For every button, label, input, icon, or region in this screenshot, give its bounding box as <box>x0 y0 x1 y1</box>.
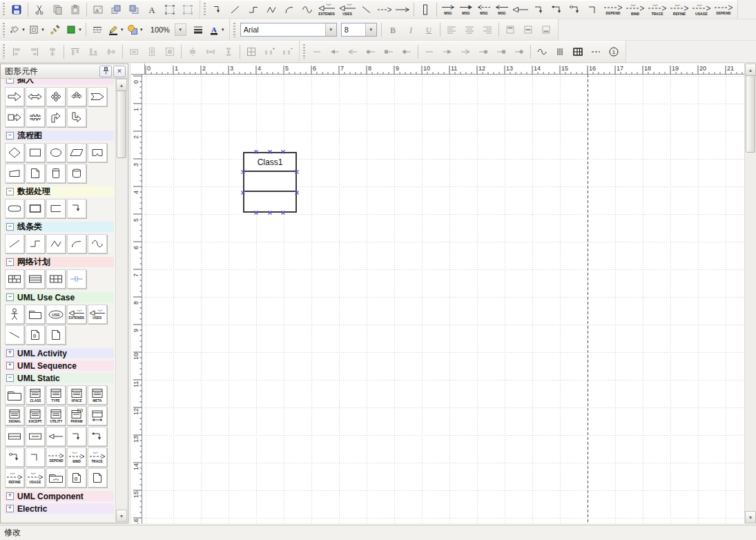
net-capacitor-shape[interactable] <box>67 269 86 289</box>
st-trace-shape[interactable]: «=»TRACE <box>88 447 107 467</box>
toolbar-gripper[interactable] <box>3 44 5 59</box>
background-color-button[interactable]: ▼ <box>65 22 83 37</box>
ln-step-shape[interactable] <box>26 234 45 253</box>
st-class-param-shape[interactable]: PARAM <box>67 406 86 425</box>
bring-to-front-button[interactable] <box>108 2 124 17</box>
collapse-icon[interactable]: − <box>6 188 14 195</box>
uses-arrow-button[interactable]: «=»USES <box>338 2 357 17</box>
fc-diamond-shape[interactable] <box>5 143 24 162</box>
collapse-icon[interactable]: − <box>6 79 14 84</box>
fc-manual-shape[interactable] <box>5 164 24 183</box>
solid-arrow-button[interactable] <box>394 2 411 17</box>
chevron-arrow-shape[interactable] <box>88 87 107 106</box>
palette-section-header-10[interactable]: +Electric <box>4 503 114 514</box>
ungroup-button[interactable] <box>180 2 196 17</box>
dropdown-arrow-icon[interactable]: ▼ <box>325 23 336 36</box>
scroll-down-button[interactable]: ▼ <box>116 510 127 522</box>
fc-drum-shape[interactable] <box>67 164 86 183</box>
connector-line-button[interactable] <box>227 2 244 17</box>
aggregation-connector-button[interactable] <box>567 2 583 17</box>
collapse-icon[interactable]: − <box>6 293 14 301</box>
bind-arrow-button[interactable]: «=»BIND <box>625 2 646 17</box>
uc-usecase-shape[interactable]: USE <box>46 305 66 324</box>
palette-section-header-5[interactable]: −UML Use Case <box>4 292 114 302</box>
fc-display-shape[interactable] <box>88 143 107 162</box>
font-color-button[interactable]: A▼ <box>208 22 226 37</box>
format-brush-button[interactable] <box>47 22 64 37</box>
fill-color-button[interactable]: ▼ <box>8 22 26 37</box>
dropdown-arrow-icon[interactable]: ▼ <box>175 23 186 36</box>
st-class-shape[interactable]: I/FACE <box>67 385 86 405</box>
collapse-icon[interactable]: − <box>6 132 14 139</box>
fc-ellipse-shape[interactable] <box>46 143 66 162</box>
dash-style-tool-button[interactable] <box>588 44 604 59</box>
connector-elbow-arrow-button[interactable] <box>209 2 226 17</box>
dp-bracket-shape[interactable] <box>46 199 66 218</box>
st-bind-shape[interactable]: «=»BIND <box>67 447 86 467</box>
toolbar-gripper[interactable] <box>3 23 5 37</box>
toolbar-gripper[interactable] <box>233 23 235 37</box>
toolbar-gripper[interactable] <box>303 44 305 59</box>
generalization-arrow-button[interactable] <box>512 2 530 17</box>
st-aggregation-shape[interactable] <box>5 447 24 467</box>
ln-zigzag-shape[interactable] <box>46 234 66 253</box>
st-elbow-line-shape[interactable] <box>26 447 45 467</box>
st-stereo-package-shape[interactable]: «=» <box>46 468 66 488</box>
shadow-color-button[interactable]: ▼ <box>126 22 144 37</box>
zoom-combo[interactable]: 100%▼ <box>147 23 187 37</box>
st-generalization-shape[interactable] <box>46 427 66 446</box>
dropdown-arrow-icon[interactable]: ▼ <box>221 28 225 32</box>
line-color-button[interactable]: ▼ <box>28 22 46 37</box>
scroll-up-button[interactable]: ▲ <box>745 64 756 76</box>
fc-process-shape[interactable] <box>26 143 45 162</box>
uc-note-code-shape[interactable]: {} <box>26 325 45 345</box>
collapse-icon[interactable]: − <box>6 374 14 382</box>
net-table-cells-shape[interactable] <box>5 269 24 289</box>
uc-package-shape[interactable] <box>26 305 45 324</box>
trace-arrow-button[interactable]: «=»TRACE <box>647 2 668 17</box>
palette-section-header-9[interactable]: +UML Component <box>4 491 114 501</box>
msg-arrow-left-button[interactable]: MSG <box>494 2 510 17</box>
st-note-shape[interactable] <box>88 468 107 488</box>
usage-arrow-button[interactable]: «=»USAGE <box>691 2 712 17</box>
refine-arrow-button[interactable]: «=»REFINE <box>669 2 690 17</box>
dashed-arrow-button[interactable] <box>376 2 393 17</box>
elbow-connector-button[interactable] <box>585 2 601 17</box>
palette-section-header-1[interactable]: −流程图 <box>4 131 114 141</box>
st-assoc-class-shape[interactable] <box>88 406 107 425</box>
grid-table-tool-button[interactable] <box>570 44 586 59</box>
collapse-icon[interactable]: − <box>6 223 14 231</box>
dropdown-arrow-icon[interactable]: ▼ <box>139 28 144 32</box>
net-table-rows-shape[interactable] <box>26 269 45 289</box>
dropdown-arrow-icon[interactable]: ▼ <box>21 28 26 32</box>
canvas-scrollbar-thumb[interactable] <box>746 75 755 153</box>
palette-scrollbar[interactable]: ▲ ▼ <box>115 79 127 522</box>
fc-stored-data-shape[interactable] <box>46 164 66 183</box>
palette-section-header-6[interactable]: +UML Activity <box>4 348 114 358</box>
parallel-lines-tool-button[interactable] <box>552 44 568 59</box>
palette-section-header-3[interactable]: −线条类 <box>4 222 114 232</box>
pin-button[interactable] <box>99 66 112 77</box>
block-arrow-right-shape[interactable] <box>5 87 24 106</box>
group-button[interactable] <box>162 2 178 17</box>
paste-button[interactable] <box>67 2 84 17</box>
connector-zigzag-button[interactable] <box>263 2 280 17</box>
palette-section-header-4[interactable]: −网络计划 <box>4 257 114 267</box>
ln-curve-shape[interactable] <box>88 234 107 253</box>
canvas-scrollbar[interactable]: ▲ ▼ <box>744 64 756 523</box>
palette-section-header-0[interactable]: −插入 <box>4 79 114 85</box>
net-table-grid-shape[interactable] <box>46 269 66 289</box>
expand-icon[interactable]: + <box>6 505 14 512</box>
expand-icon[interactable]: + <box>6 492 14 500</box>
st-class-wide1-shape[interactable] <box>26 427 45 446</box>
line-style-button[interactable] <box>89 22 106 37</box>
picture-button[interactable] <box>90 2 106 17</box>
canvas[interactable]: Class1 <box>142 75 744 523</box>
ln-line-shape[interactable] <box>5 234 24 253</box>
composition-connector-button[interactable] <box>549 2 565 17</box>
uc-uses-shape[interactable]: «=»USES <box>88 305 107 324</box>
uc-actor-shape[interactable] <box>5 305 24 324</box>
ln-arc-shape[interactable] <box>67 234 86 253</box>
msg-return-dashed-button[interactable]: MSG <box>476 2 492 17</box>
st-class-shape[interactable]: TYPE <box>46 385 66 405</box>
